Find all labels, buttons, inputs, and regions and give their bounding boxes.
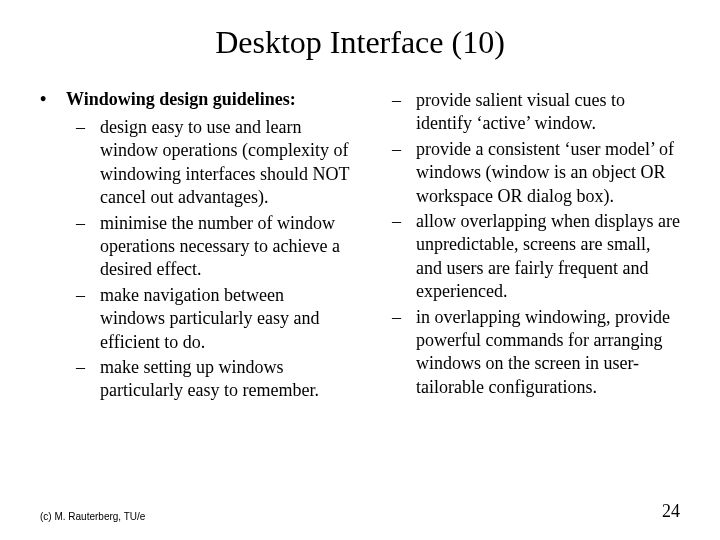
dash-icon: – bbox=[76, 284, 100, 354]
list-item: – in overlapping windowing, provide powe… bbox=[392, 306, 680, 400]
item-text: make setting up windows particularly eas… bbox=[100, 356, 350, 403]
list-item: – make setting up windows particularly e… bbox=[76, 356, 350, 403]
copyright-text: (c) M. Rauterberg, TU/e bbox=[40, 511, 145, 522]
dash-icon: – bbox=[392, 306, 416, 400]
item-text: design easy to use and learn window oper… bbox=[100, 116, 350, 210]
list-item: – provide salient visual cues to identif… bbox=[392, 89, 680, 136]
bullet-icon: • bbox=[40, 89, 66, 110]
dash-icon: – bbox=[76, 212, 100, 282]
right-column: – provide salient visual cues to identif… bbox=[370, 89, 680, 405]
main-heading: • Windowing design guidelines: bbox=[40, 89, 350, 110]
heading-text: Windowing design guidelines: bbox=[66, 89, 296, 110]
dash-icon: – bbox=[392, 138, 416, 208]
list-item: – allow overlapping when displays are un… bbox=[392, 210, 680, 304]
dash-icon: – bbox=[392, 210, 416, 304]
slide-title: Desktop Interface (10) bbox=[40, 24, 680, 61]
dash-icon: – bbox=[76, 116, 100, 210]
item-text: make navigation between windows particul… bbox=[100, 284, 350, 354]
dash-icon: – bbox=[392, 89, 416, 136]
dash-icon: – bbox=[76, 356, 100, 403]
item-text: provide salient visual cues to identify … bbox=[416, 89, 680, 136]
item-text: in overlapping windowing, provide powerf… bbox=[416, 306, 680, 400]
item-text: provide a consistent ‘user model’ of win… bbox=[416, 138, 680, 208]
item-text: minimise the number of window operations… bbox=[100, 212, 350, 282]
item-text: allow overlapping when displays are unpr… bbox=[416, 210, 680, 304]
left-column: • Windowing design guidelines: – design … bbox=[40, 89, 350, 405]
list-item: – minimise the number of window operatio… bbox=[76, 212, 350, 282]
page-number: 24 bbox=[662, 501, 680, 522]
footer: (c) M. Rauterberg, TU/e 24 bbox=[40, 501, 680, 522]
right-sub-list: – provide salient visual cues to identif… bbox=[370, 89, 680, 399]
content-area: • Windowing design guidelines: – design … bbox=[40, 89, 680, 405]
list-item: – provide a consistent ‘user model’ of w… bbox=[392, 138, 680, 208]
list-item: – make navigation between windows partic… bbox=[76, 284, 350, 354]
left-sub-list: – design easy to use and learn window op… bbox=[40, 116, 350, 403]
list-item: – design easy to use and learn window op… bbox=[76, 116, 350, 210]
